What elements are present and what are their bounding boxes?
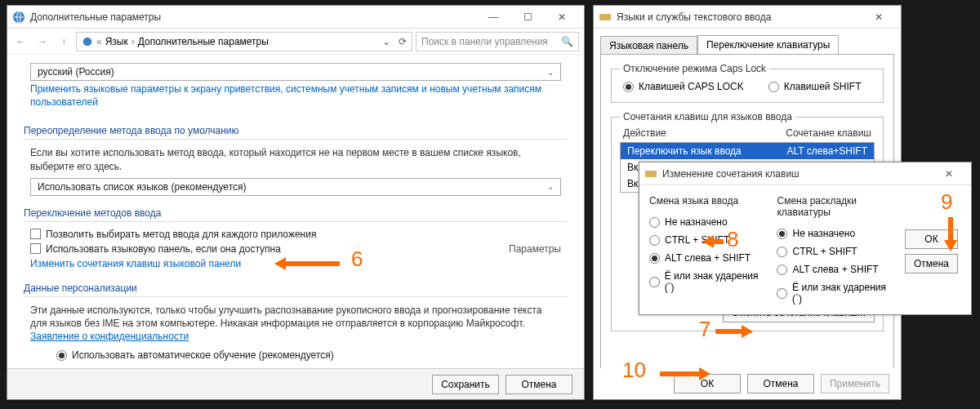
chevron-down-icon[interactable]: ⌄ bbox=[382, 36, 390, 47]
button-bar: Сохранить Отмена bbox=[7, 368, 584, 399]
address-bar[interactable]: « Язык › Дополнительные параметры ⌄ ⟳ bbox=[76, 32, 412, 51]
cancel-button[interactable]: Отмена bbox=[747, 374, 814, 393]
ok-button[interactable]: ОК bbox=[674, 374, 741, 393]
chevron-down-icon: ⌄ bbox=[547, 68, 554, 77]
titlebar: Дополнительные параметры — ☐ ✕ bbox=[7, 6, 584, 29]
up-button[interactable]: ↑ bbox=[55, 33, 73, 51]
window-title: Дополнительные параметры bbox=[30, 11, 161, 23]
dialog-buttons: ОК Отмена bbox=[905, 195, 961, 308]
keyboard-layout-column: Смена раскладки клавиатуры Не назначено … bbox=[777, 195, 894, 308]
column-header: Смена языка ввода bbox=[649, 195, 767, 207]
table-row[interactable]: Переключить язык вводаALT слева+SHIFT bbox=[621, 143, 874, 159]
per-app-label: Позволить выбирать метод ввода для каждо… bbox=[46, 229, 316, 240]
svg-rect-2 bbox=[599, 14, 611, 20]
save-button[interactable]: Сохранить bbox=[432, 375, 499, 394]
personalization-description: Эти данные используются, только чтобы ул… bbox=[24, 302, 568, 349]
window-title: Языки и службы текстового ввода bbox=[617, 11, 771, 23]
explorer-navbar: ← → ↑ « Язык › Дополнительные параметры … bbox=[7, 29, 584, 55]
minimize-button[interactable]: — bbox=[476, 7, 510, 28]
display-language-dropdown[interactable]: русский (Россия) ⌄ bbox=[30, 63, 561, 81]
change-hotkeys-link[interactable]: Изменить сочетания клавиш языковой панел… bbox=[30, 258, 241, 269]
cancel-button[interactable]: Отмена bbox=[905, 254, 958, 273]
svg-point-1 bbox=[83, 37, 92, 46]
welcome-screen-link[interactable]: Применить языковые параметры к экрану пр… bbox=[30, 83, 541, 108]
close-button[interactable]: ✕ bbox=[545, 7, 579, 28]
personalization-section-header: Данные персонализации bbox=[24, 282, 568, 297]
shift-radio[interactable] bbox=[768, 82, 779, 92]
hotkeys-legend: Сочетания клавиш для языков ввода bbox=[620, 111, 795, 122]
input-language-column: Смена языка ввода Не назначено CTRL + SH… bbox=[649, 195, 767, 308]
column-header: Смена раскладки клавиатуры bbox=[777, 195, 894, 218]
globe-small-icon bbox=[82, 36, 93, 47]
per-app-checkbox[interactable] bbox=[30, 229, 41, 239]
search-input[interactable]: Поиск в панели управления 🔍 bbox=[416, 32, 579, 51]
breadcrumb-sep-icon: › bbox=[131, 36, 135, 47]
button-bar: ОК Отмена Применить bbox=[594, 368, 901, 399]
switching-section-header: Переключение методов ввода bbox=[24, 207, 568, 222]
dialog-content: Смена языка ввода Не назначено CTRL + SH… bbox=[639, 185, 971, 314]
breadcrumb-sep-icon: « bbox=[96, 36, 102, 47]
close-button[interactable]: ✕ bbox=[932, 163, 966, 184]
grave-radio[interactable] bbox=[777, 288, 787, 299]
ctrl-shift-radio[interactable] bbox=[777, 247, 787, 257]
titlebar: Изменение сочетания клавиш ✕ bbox=[639, 162, 971, 185]
langbar-label: Использовать языковую панель, если она д… bbox=[46, 243, 281, 255]
forward-button[interactable]: → bbox=[33, 33, 51, 51]
apply-button[interactable]: Применить bbox=[821, 374, 889, 393]
advanced-language-settings-window: Дополнительные параметры — ☐ ✕ ← → ↑ « Я… bbox=[7, 5, 585, 400]
ok-button[interactable]: ОК bbox=[905, 229, 958, 249]
langbar-options-link[interactable]: Параметры bbox=[509, 243, 561, 255]
hotkey-table-header: ДействиеСочетание клавиш bbox=[620, 127, 875, 142]
svg-rect-3 bbox=[645, 171, 657, 177]
auto-learn-label: Использовать автоматическое обучение (ре… bbox=[72, 349, 334, 361]
window-title: Изменение сочетания клавиш bbox=[662, 168, 800, 180]
breadcrumb-advanced[interactable]: Дополнительные параметры bbox=[138, 36, 269, 47]
alt-shift-radio[interactable] bbox=[649, 253, 660, 264]
change-hotkey-dialog: Изменение сочетания клавиш ✕ Смена языка… bbox=[639, 162, 972, 315]
none-radio[interactable] bbox=[649, 217, 660, 228]
override-section-header: Переопределение метода ввода по умолчани… bbox=[24, 125, 568, 140]
auto-learn-radio[interactable] bbox=[56, 350, 67, 361]
grave-radio[interactable] bbox=[649, 277, 660, 287]
langbar-checkbox[interactable] bbox=[30, 243, 41, 254]
tab-language-bar[interactable]: Языковая панель bbox=[600, 36, 697, 55]
breadcrumb-language[interactable]: Язык bbox=[105, 36, 128, 47]
capslock-fieldset: Отключение режима Caps Lock Клавишей CAP… bbox=[611, 63, 884, 103]
titlebar: Языки и службы текстового ввода ✕ bbox=[594, 6, 901, 29]
search-icon: 🔍 bbox=[561, 36, 573, 47]
override-input-dropdown[interactable]: Использовать список языков (рекомендуетс… bbox=[30, 178, 561, 196]
capslock-radio[interactable] bbox=[623, 82, 634, 92]
chevron-down-icon: ⌄ bbox=[547, 182, 554, 191]
back-button[interactable]: ← bbox=[12, 33, 30, 51]
content-area: русский (Россия) ⌄ Применить языковые па… bbox=[7, 55, 584, 362]
tab-strip: Языковая панель Переключение клавиатуры bbox=[594, 29, 901, 54]
maximize-button[interactable]: ☐ bbox=[510, 7, 545, 28]
refresh-icon[interactable]: ⟳ bbox=[399, 36, 407, 47]
search-placeholder: Поиск в панели управления bbox=[421, 36, 548, 47]
capslock-legend: Отключение режима Caps Lock bbox=[620, 63, 769, 74]
privacy-link[interactable]: Заявление о конфиденциальности bbox=[30, 331, 189, 342]
keyboard-icon bbox=[644, 167, 657, 180]
none-radio[interactable] bbox=[777, 229, 787, 239]
alt-shift-radio[interactable] bbox=[777, 265, 787, 275]
ctrl-shift-radio[interactable] bbox=[649, 235, 660, 246]
override-input-value: Использовать список языков (рекомендуетс… bbox=[38, 181, 247, 193]
cancel-button[interactable]: Отмена bbox=[506, 375, 572, 394]
globe-icon bbox=[12, 11, 25, 24]
override-description: Если вы хотите использовать метод ввода,… bbox=[24, 144, 568, 177]
display-language-value: русский (Россия) bbox=[38, 66, 114, 78]
keyboard-icon bbox=[599, 11, 612, 24]
tab-keyboard-switching[interactable]: Переключение клавиатуры bbox=[697, 35, 839, 54]
close-button[interactable]: ✕ bbox=[862, 7, 896, 28]
